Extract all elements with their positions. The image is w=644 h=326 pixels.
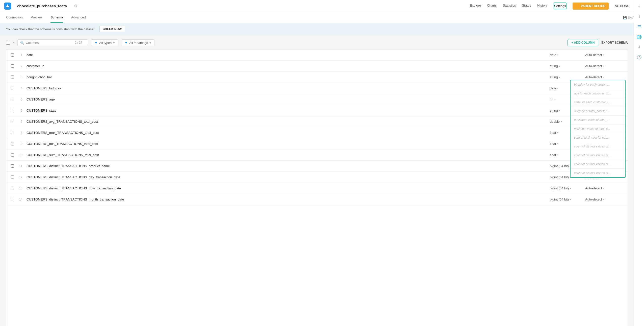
type-chevron-icon[interactable]: ▾ <box>570 198 571 201</box>
meaning-chevron-icon[interactable]: ▾ <box>603 198 604 201</box>
tooltip-description-row: birthday for each custom... <box>571 80 625 89</box>
row-number: 11 <box>16 164 24 168</box>
row-checkbox[interactable] <box>11 164 14 168</box>
tooltip-description-row: minimum value of total_c... <box>571 124 625 133</box>
row-checkbox[interactable] <box>11 64 14 68</box>
sidebar-plus-icon[interactable]: ＋ <box>635 2 644 11</box>
nav-links: Explore Charts Statistics Status History… <box>470 3 566 9</box>
nav-charts[interactable]: Charts <box>487 3 497 9</box>
type-label: bigint (64 bit) <box>550 197 569 201</box>
row-checkbox[interactable] <box>11 187 14 190</box>
tab-preview[interactable]: Preview <box>31 12 42 23</box>
column-name: customer_id <box>24 64 550 68</box>
row-checkbox[interactable] <box>11 76 14 79</box>
type-chevron-icon[interactable]: ▾ <box>559 76 560 79</box>
filter-meanings-button[interactable]: ▼ All meanings ▾ <box>121 39 154 46</box>
table-row: 1 date date ▾ Auto-detect ▾ <box>6 49 628 61</box>
row-checkbox[interactable] <box>11 109 14 112</box>
export-schema-button[interactable]: EXPORT SCHEMA <box>601 41 628 44</box>
meaning-label: Auto-detect <box>585 53 602 57</box>
row-checkbox[interactable] <box>11 175 14 179</box>
tooltip-description-row: count of distinct values of... <box>571 142 625 151</box>
type-chevron-icon[interactable]: ▾ <box>557 142 558 145</box>
column-meaning: Auto-detect ▾ <box>585 186 626 190</box>
type-chevron-icon[interactable]: ▾ <box>559 65 560 67</box>
row-checkbox[interactable] <box>11 131 14 134</box>
row-checkbox-container <box>8 142 16 145</box>
row-number: 4 <box>16 87 24 90</box>
table-row: 13 CUSTOMERS_distinct_TRANSACTIONS_dow_t… <box>6 183 628 194</box>
nav-status[interactable]: Status <box>522 3 531 9</box>
column-name: bought_choc_bar <box>24 75 550 79</box>
row-checkbox[interactable] <box>11 153 14 157</box>
column-meaning: Auto-detect ▾ <box>585 64 626 68</box>
table-row: 8 CUSTOMERS_max_TRANSACTIONS_total_cost … <box>6 127 628 138</box>
type-chevron-icon[interactable]: ▾ <box>570 187 571 190</box>
type-chevron-icon[interactable]: ▾ <box>554 98 556 101</box>
sidebar-clock-icon[interactable]: 🕐 <box>635 53 644 62</box>
search-input[interactable] <box>26 41 71 45</box>
type-chevron-icon[interactable]: ▾ <box>561 120 562 123</box>
column-name: CUSTOMERS_state <box>24 109 550 112</box>
tab-schema[interactable]: Schema <box>50 12 63 23</box>
description-tooltip-box: birthday for each custom...age for each … <box>570 80 626 178</box>
search-icon: 🔍 <box>20 41 24 45</box>
column-type: string ▾ <box>550 64 585 68</box>
actions-button[interactable]: ACTIONS <box>615 4 629 8</box>
type-chevron-icon[interactable]: ▾ <box>557 154 558 156</box>
type-chevron-icon[interactable]: ▾ <box>557 131 558 134</box>
type-label: date <box>550 86 556 90</box>
row-checkbox[interactable] <box>11 198 14 201</box>
sidebar-globe-icon[interactable]: 🌐 <box>635 32 644 41</box>
parent-recipe-button[interactable]: ⚙ PARENT RECIPE <box>573 3 609 10</box>
tab-advanced[interactable]: Advanced <box>71 12 86 23</box>
meaning-chevron-icon[interactable]: ▾ <box>603 187 604 190</box>
row-checkbox-container <box>8 53 16 57</box>
nav-settings[interactable]: Settings <box>554 3 566 9</box>
row-checkbox[interactable] <box>11 53 14 57</box>
type-label: string <box>550 109 558 112</box>
row-number: 7 <box>16 120 24 123</box>
type-chevron-icon[interactable]: ▾ <box>557 87 558 90</box>
column-name: CUSTOMERS_max_TRANSACTIONS_total_cost <box>24 131 550 135</box>
nav-explore[interactable]: Explore <box>470 3 481 9</box>
chevron-meanings-icon: ▾ <box>149 41 151 45</box>
sidebar-download-icon[interactable]: ⬇ <box>635 42 644 52</box>
type-label: float <box>550 131 556 135</box>
row-checkbox-container <box>8 120 16 123</box>
type-label: double <box>550 120 560 123</box>
sidebar-list-icon[interactable]: ☰ <box>635 22 644 31</box>
filter-types-button[interactable]: ▼ All types ▾ <box>91 39 118 46</box>
dataset-settings-icon[interactable]: ⚙ <box>74 4 78 8</box>
type-label: string <box>550 75 558 79</box>
sidebar-info-icon[interactable]: ℹ <box>635 12 644 21</box>
column-name: date <box>24 53 550 57</box>
select-all-checkbox[interactable] <box>6 41 10 45</box>
row-checkbox[interactable] <box>11 120 14 123</box>
column-name: CUSTOMERS_distinct_TRANSACTIONS_month_tr… <box>24 197 550 201</box>
meaning-chevron-icon[interactable]: ▾ <box>603 54 604 56</box>
schema-table: 1 date date ▾ Auto-detect ▾ 2 customer_i… <box>6 49 628 326</box>
meaning-chevron-icon[interactable]: ▾ <box>603 76 604 79</box>
add-column-button[interactable]: + ADD COLUMN <box>568 39 598 46</box>
row-checkbox[interactable] <box>11 142 14 145</box>
column-name: CUSTOMERS_age <box>24 97 550 101</box>
check-now-button[interactable]: CHECK NOW <box>99 26 125 32</box>
row-checkbox-container <box>8 98 16 101</box>
meaning-chevron-icon[interactable]: ▾ <box>603 65 604 67</box>
toolbar: ▾ 🔍 0 / 27 ▼ All types ▾ ▼ All meanings … <box>6 39 628 46</box>
type-chevron-icon[interactable]: ▾ <box>557 54 558 56</box>
row-checkbox[interactable] <box>11 98 14 101</box>
table-row: 11 CUSTOMERS_distinct_TRANSACTIONS_produ… <box>6 161 628 172</box>
right-sidebar: ＋ ℹ ☰ 🌐 ⬇ 🕐 <box>634 0 644 326</box>
column-search-box: 🔍 0 / 27 <box>17 39 88 46</box>
row-number: 12 <box>16 175 24 179</box>
tab-connection[interactable]: Connection <box>6 12 23 23</box>
type-chevron-icon[interactable]: ▾ <box>559 109 560 112</box>
tooltip-description-row: count of distinct values of... <box>571 151 625 160</box>
nav-statistics[interactable]: Statistics <box>503 3 516 9</box>
tooltip-description-row: state for each customer_i... <box>571 98 625 107</box>
select-chevron-icon[interactable]: ▾ <box>13 41 14 44</box>
row-checkbox[interactable] <box>11 87 14 90</box>
nav-history[interactable]: History <box>537 3 547 9</box>
